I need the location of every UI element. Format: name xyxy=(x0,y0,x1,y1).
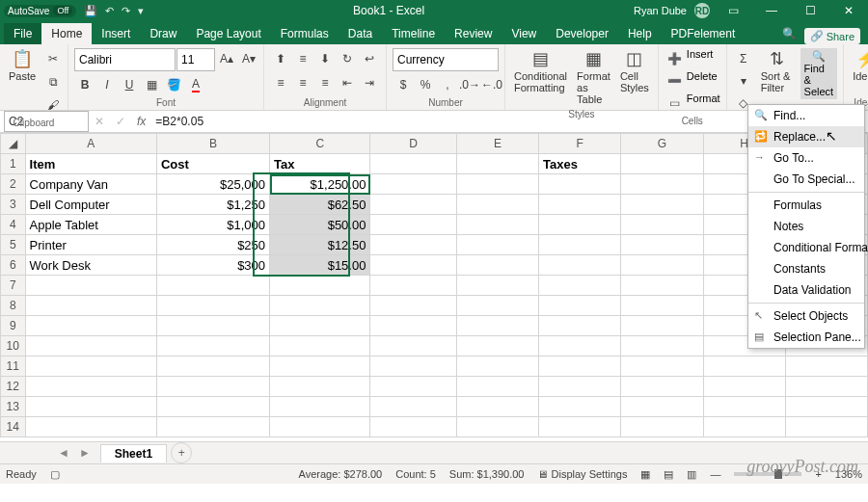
cell[interactable] xyxy=(539,195,621,215)
menu-conditional-formatting[interactable]: Conditional Formatting xyxy=(748,237,864,258)
accept-formula-icon[interactable]: ✓ xyxy=(110,111,131,132)
cell[interactable] xyxy=(539,417,621,437)
zoom-slider[interactable] xyxy=(734,472,801,476)
font-size-select[interactable] xyxy=(176,48,215,71)
sheet-tab[interactable]: Sheet1 xyxy=(100,444,167,462)
format-as-table-button[interactable]: ▦Format as Table xyxy=(574,48,613,107)
row-header[interactable]: 9 xyxy=(1,316,26,336)
menu-formulas[interactable]: Formulas xyxy=(748,195,864,216)
cell[interactable] xyxy=(539,174,621,195)
tab-data[interactable]: Data xyxy=(339,23,382,44)
cell[interactable]: $250 xyxy=(156,235,269,255)
cell[interactable] xyxy=(370,336,456,357)
cell[interactable] xyxy=(456,255,538,276)
cell[interactable] xyxy=(456,235,538,255)
currency-icon[interactable]: $ xyxy=(393,74,414,95)
cell-active[interactable]: $1,250.00 xyxy=(270,174,370,195)
fx-icon[interactable]: fx xyxy=(131,115,151,128)
cell[interactable] xyxy=(25,296,156,316)
autosave-toggle[interactable]: AutoSave Off xyxy=(4,5,76,17)
cell[interactable] xyxy=(456,397,538,417)
col-header-b[interactable]: B xyxy=(156,134,269,154)
row-header[interactable]: 8 xyxy=(1,296,26,316)
comma-icon[interactable]: , xyxy=(437,74,458,95)
cell[interactable] xyxy=(25,316,156,336)
cell[interactable] xyxy=(270,417,370,437)
row-header[interactable]: 12 xyxy=(1,377,26,397)
cell[interactable] xyxy=(270,276,370,296)
tab-developer[interactable]: Developer xyxy=(546,23,618,44)
cell[interactable] xyxy=(270,397,370,417)
menu-select-objects[interactable]: ↖Select Objects xyxy=(748,305,864,327)
sheet-nav-prev-icon[interactable]: ◄ xyxy=(58,446,69,460)
cell[interactable] xyxy=(785,417,867,437)
tab-help[interactable]: Help xyxy=(618,23,662,44)
maximize-button[interactable]: ☐ xyxy=(795,0,826,21)
qat-more-icon[interactable]: ▾ xyxy=(138,5,144,17)
cell[interactable] xyxy=(785,357,867,377)
cell[interactable] xyxy=(156,316,269,336)
avatar[interactable]: RD xyxy=(694,3,710,18)
percent-icon[interactable]: % xyxy=(415,74,436,95)
cell[interactable] xyxy=(621,154,703,174)
row-header[interactable]: 6 xyxy=(1,255,26,276)
increase-decimal-icon[interactable]: .0→ xyxy=(459,74,480,95)
display-settings-button[interactable]: 🖥 Display Settings xyxy=(537,468,627,480)
menu-notes[interactable]: Notes xyxy=(748,216,864,237)
row-header[interactable]: 5 xyxy=(1,235,26,255)
tab-file[interactable]: File xyxy=(4,23,41,44)
align-middle-icon[interactable]: ≡ xyxy=(292,48,313,69)
autosum-icon[interactable]: Σ xyxy=(733,48,754,69)
row-header[interactable]: 4 xyxy=(1,215,26,235)
cell[interactable]: $1,250 xyxy=(156,195,269,215)
tab-pdfelement[interactable]: PDFelement xyxy=(662,23,746,44)
cell[interactable]: $50.00 xyxy=(270,215,370,235)
cell[interactable] xyxy=(539,316,621,336)
row-header[interactable]: 13 xyxy=(1,397,26,417)
cell[interactable] xyxy=(370,397,456,417)
cell[interactable]: Cost xyxy=(156,154,269,174)
menu-find[interactable]: 🔍Find... xyxy=(748,105,864,126)
cell[interactable] xyxy=(370,296,456,316)
row-header[interactable]: 7 xyxy=(1,276,26,296)
row-header[interactable]: 11 xyxy=(1,357,26,377)
paste-button[interactable]: 📋 Paste xyxy=(6,48,39,84)
cell[interactable] xyxy=(25,377,156,397)
cell[interactable] xyxy=(785,397,867,417)
cell[interactable] xyxy=(539,296,621,316)
cell[interactable] xyxy=(539,215,621,235)
cell[interactable] xyxy=(621,417,703,437)
cell[interactable] xyxy=(370,417,456,437)
cell[interactable] xyxy=(456,316,538,336)
cell[interactable] xyxy=(156,276,269,296)
share-button[interactable]: 🔗 Share xyxy=(804,28,860,44)
font-name-select[interactable] xyxy=(74,48,176,71)
font-color-button[interactable]: A xyxy=(185,74,206,95)
number-format-select[interactable] xyxy=(393,48,499,71)
cell[interactable] xyxy=(703,357,785,377)
cell[interactable] xyxy=(456,154,538,174)
cell-styles-button[interactable]: ◫Cell Styles xyxy=(617,48,652,95)
cell[interactable] xyxy=(156,417,269,437)
cell[interactable] xyxy=(156,296,269,316)
cell[interactable] xyxy=(621,195,703,215)
cell[interactable]: Company Van xyxy=(25,174,156,195)
select-all-button[interactable]: ◢ xyxy=(1,134,26,154)
cell[interactable] xyxy=(456,276,538,296)
view-page-layout-icon[interactable]: ▤ xyxy=(664,468,673,481)
cell[interactable] xyxy=(156,377,269,397)
cell[interactable]: $300 xyxy=(156,255,269,276)
tab-home[interactable]: Home xyxy=(41,23,92,44)
sheet-nav-next-icon[interactable]: ► xyxy=(79,446,91,460)
format-painter-icon[interactable]: 🖌 xyxy=(42,94,64,116)
cell[interactable]: Work Desk xyxy=(25,255,156,276)
cell[interactable] xyxy=(703,397,785,417)
tab-timeline[interactable]: Timeline xyxy=(382,23,445,44)
col-header-c[interactable]: C xyxy=(270,134,370,154)
cell[interactable] xyxy=(370,255,456,276)
col-header-f[interactable]: F xyxy=(539,134,621,154)
cell[interactable] xyxy=(539,357,621,377)
align-bottom-icon[interactable]: ⬇ xyxy=(314,48,336,69)
cell[interactable]: Item xyxy=(25,154,156,174)
cut-icon[interactable]: ✂ xyxy=(42,48,64,69)
